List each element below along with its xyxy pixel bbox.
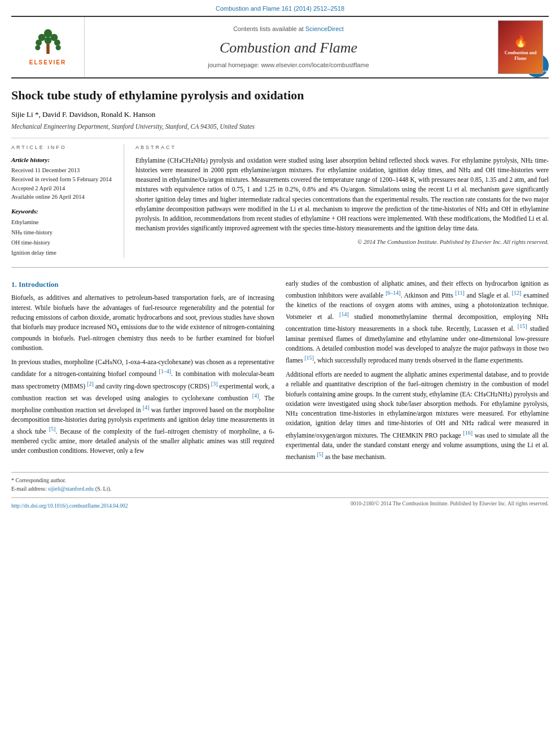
journal-header: ELSEVIER Contents lists available at Sci… [11,16,549,78]
footnote-corresponding: * Corresponding author. [11,476,549,484]
elsevier-logo-area: ELSEVIER [11,17,85,77]
footnote-section: * Corresponding author. E-mail address: … [11,472,549,493]
body-col-right: early studies of the combustion of aliph… [286,279,549,466]
top-bar: Combustion and Flame 161 (2014) 2512–251… [0,0,560,16]
keywords-sublabel: Keywords: [11,207,115,216]
journal-homepage-line: journal homepage: www.elsevier.com/locat… [208,61,369,69]
flame-icon: 🔥 [514,33,528,49]
authors-text: Sijie Li *, David F. Davidson, Ronald K.… [11,110,155,119]
contents-available-text: Contents lists available at [233,25,304,32]
history-sublabel: Article history: [11,156,115,164]
abstract-col: ABSTRACT Ethylamine (CH₃CH₂NH₂) pyrolysi… [135,144,549,258]
abstract-text: Ethylamine (CH₃CH₂NH₂) pyrolysis and oxi… [135,156,549,234]
keywords-block: Keywords: Ethylamine NH₂ time-history OH… [11,207,115,258]
svg-point-8 [55,45,60,50]
body-text-area: 1. Introduction Biofuels, as additives a… [11,277,549,466]
page-footer: http://dx.doi.org/10.1016/j.combustflame… [11,497,549,510]
svg-point-7 [35,45,40,50]
copyright-line: © 2014 The Combustion Institute. Publish… [135,238,549,247]
svg-point-5 [54,40,60,46]
affiliation-line: Mechanical Engineering Department, Stanf… [11,122,549,131]
accepted-date: Accepted 2 April 2014 [11,184,115,193]
svg-rect-6 [46,43,49,54]
svg-point-3 [36,40,42,46]
body-para-3: early studies of the combustion of aliph… [286,279,549,365]
journal-center: Contents lists available at ScienceDirec… [85,17,492,77]
body-para-2: In previous studies, morpholine (C₄H₉NO,… [11,357,274,456]
keyword-4: Ignition delay time [11,248,115,258]
keyword-3: OH time-history [11,238,115,248]
article-section: ✕ CrossMark Shock tube study of ethylami… [11,88,549,258]
body-col-left: 1. Introduction Biofuels, as additives a… [11,279,274,466]
journal-ref: Combustion and Flame 161 (2014) 2512–251… [216,5,344,12]
available-date: Available online 26 April 2014 [11,193,115,202]
article-history-block: Article history: Received 11 December 20… [11,156,115,202]
article-title: Shock tube study of ethylamine pyrolysis… [11,88,549,104]
elsevier-label: ELSEVIER [29,59,66,67]
abstract-label: ABSTRACT [135,144,549,151]
revised-date: Received in revised form 5 February 2014 [11,175,115,184]
page-wrapper: Combustion and Flame 161 (2014) 2512–251… [0,0,560,510]
intro-heading: 1. Introduction [11,279,274,290]
body-para-1: Biofuels, as additives and alternatives … [11,293,274,353]
body-para-4: Additional efforts are needed to augment… [286,370,549,462]
svg-point-4 [44,37,51,44]
elsevier-tree-icon [31,28,65,56]
cover-title-text: Combustion and Flame [501,50,540,61]
journal-cover-box: 🔥 Combustion and Flame [498,20,543,74]
journal-title-display: Combustion and Flame [220,38,357,58]
section-divider [11,267,549,268]
journal-cover-area: 🔥 Combustion and Flame [492,17,549,77]
issn-text: 0010-2180/© 2014 The Combustion Institut… [351,500,549,508]
science-direct-line: Contents lists available at ScienceDirec… [233,25,344,33]
doi-link[interactable]: http://dx.doi.org/10.1016/j.combustflame… [11,503,128,509]
email-link[interactable]: sijieli@stanford.edu [48,486,94,492]
article-info-label: ARTICLE INFO [11,144,115,151]
article-info-abstract-row: ARTICLE INFO Article history: Received 1… [11,138,549,258]
keyword-1: Ethylamine [11,217,115,228]
article-info-col: ARTICLE INFO Article history: Received 1… [11,144,124,258]
keyword-2: NH₂ time-history [11,228,115,238]
science-direct-link[interactable]: ScienceDirect [305,25,344,32]
received-date: Received 11 December 2013 [11,166,115,175]
footnote-email: E-mail address: sijieli@stanford.edu (S.… [11,484,549,493]
authors-line: Sijie Li *, David F. Davidson, Ronald K.… [11,110,549,120]
